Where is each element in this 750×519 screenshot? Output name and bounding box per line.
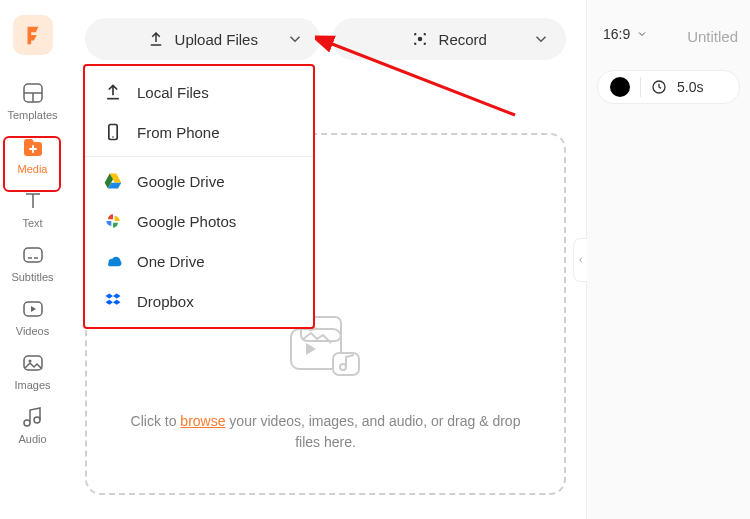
record-button[interactable]: Record: [332, 18, 567, 60]
dropdown-item-one-drive[interactable]: One Drive: [85, 241, 313, 281]
sidebar-label: Images: [14, 379, 50, 391]
svg-rect-3: [24, 248, 42, 262]
sidebar-label: Templates: [7, 109, 57, 121]
dropzone-text-prefix: Click to: [131, 413, 181, 429]
sidebar-item-images[interactable]: Images: [0, 343, 65, 397]
dropzone-text: Click to browse your videos, images, and…: [87, 411, 564, 453]
images-icon: [21, 351, 45, 375]
clip-duration: 5.0s: [677, 79, 703, 95]
dropdown-item-label: Google Drive: [137, 173, 225, 190]
sidebar-item-media[interactable]: Media: [0, 127, 65, 181]
sidebar-item-text[interactable]: Text: [0, 181, 65, 235]
dropdown-item-google-photos[interactable]: Google Photos: [85, 201, 313, 241]
sidebar-item-subtitles[interactable]: Subtitles: [0, 235, 65, 289]
templates-icon: [21, 81, 45, 105]
upload-dropdown: Local Files From Phone Google Drive Goog…: [83, 64, 315, 329]
svg-point-9: [417, 37, 422, 42]
svg-rect-7: [24, 356, 42, 370]
google-photos-icon: [103, 211, 123, 231]
svg-point-11: [112, 136, 114, 138]
dropdown-item-label: One Drive: [137, 253, 205, 270]
sidebar-label: Audio: [18, 433, 46, 445]
dropdown-item-local-files[interactable]: Local Files: [85, 72, 313, 112]
onedrive-icon: [103, 251, 123, 271]
sidebar-label: Media: [18, 163, 48, 175]
google-drive-icon: [103, 171, 123, 191]
project-title[interactable]: Untitled: [687, 28, 738, 45]
text-icon: [21, 189, 45, 213]
dropdown-item-label: Dropbox: [137, 293, 194, 310]
main-panel: Upload Files Record Local Files From Pho…: [65, 0, 586, 519]
right-panel: 16:9 Untitled 5.0s: [586, 0, 750, 519]
aspect-ratio-value: 16:9: [603, 26, 630, 42]
sidebar-label: Videos: [16, 325, 49, 337]
sidebar-label: Subtitles: [11, 271, 53, 283]
sidebar: Templates Media Text Subtitles Videos Im…: [0, 0, 65, 519]
dropdown-item-google-drive[interactable]: Google Drive: [85, 161, 313, 201]
record-button-label: Record: [439, 31, 487, 48]
dropdown-item-dropbox[interactable]: Dropbox: [85, 281, 313, 321]
dropdown-item-label: Google Photos: [137, 213, 236, 230]
app-logo[interactable]: [13, 15, 53, 55]
videos-icon: [21, 297, 45, 321]
sidebar-label: Text: [22, 217, 42, 229]
dropdown-divider: [85, 156, 313, 157]
dropzone-text-suffix: your videos, images, and audio, or drag …: [225, 413, 520, 450]
upload-files-button[interactable]: Upload Files: [85, 18, 320, 60]
sidebar-item-templates[interactable]: Templates: [0, 73, 65, 127]
upload-icon: [147, 30, 165, 48]
upload-button-label: Upload Files: [175, 31, 258, 48]
dropdown-item-from-phone[interactable]: From Phone: [85, 112, 313, 152]
dropbox-icon: [103, 291, 123, 311]
logo-f-icon: [22, 24, 44, 46]
chevron-left-icon: [577, 255, 585, 265]
clock-icon: [651, 79, 667, 95]
clip-dot-icon: [610, 77, 630, 97]
dropdown-item-label: From Phone: [137, 124, 220, 141]
timeline-clip[interactable]: 5.0s: [597, 70, 740, 104]
collapse-panel-button[interactable]: [573, 238, 587, 282]
browse-link[interactable]: browse: [180, 413, 225, 429]
upload-icon: [103, 82, 123, 102]
phone-icon: [103, 122, 123, 142]
top-toolbar: Upload Files Record: [85, 18, 566, 60]
sidebar-item-videos[interactable]: Videos: [0, 289, 65, 343]
clip-separator: [640, 77, 641, 97]
sidebar-item-audio[interactable]: Audio: [0, 397, 65, 451]
media-icon: [21, 135, 45, 159]
audio-icon: [21, 405, 45, 429]
record-icon: [411, 30, 429, 48]
chevron-down-icon: [286, 30, 304, 48]
subtitles-icon: [21, 243, 45, 267]
dropdown-item-label: Local Files: [137, 84, 209, 101]
chevron-down-icon: [636, 28, 648, 40]
chevron-down-icon: [532, 30, 550, 48]
